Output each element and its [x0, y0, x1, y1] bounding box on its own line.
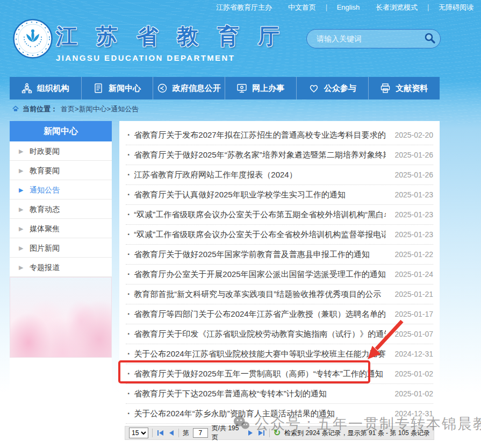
sidebar-item[interactable]: ▶ 时政要闻 — [10, 141, 112, 161]
bullet-icon: · — [127, 170, 130, 180]
sidebar-item[interactable]: ▶ 图片新闻 — [10, 238, 112, 258]
top-link[interactable]: 无障碍阅读 — [425, 3, 473, 12]
notice-row[interactable]: · 省教育厅关于发布2027年拟在江苏招生的普通高校专业选考科目要求的公告 20… — [126, 125, 433, 145]
prev-page-button[interactable] — [168, 429, 175, 437]
notice-list: · 省教育厅关于发布2027年拟在江苏招生的普通高校专业选考科目要求的公告 20… — [119, 121, 440, 424]
notice-title[interactable]: “双减”工作省级联席会议办公室关于公布全省校外培训机构监督举报电话的公... — [134, 230, 386, 240]
sidebar-item-label: 时政要闻 — [30, 147, 60, 155]
notice-row[interactable]: · 省教育厅关于印发《江苏省职业院校劳动教育实施指南（试行）》的通知 2025-… — [126, 324, 433, 344]
bullet-icon: · — [127, 210, 130, 219]
online-service-icon — [236, 83, 247, 94]
notice-date: 2025-01-23 — [390, 210, 433, 219]
sidebar-item[interactable]: ▶ 媒体聚焦 — [10, 219, 112, 238]
notice-row[interactable]: · 教育部首批“新文科研究与改革实践项目”结题验收推荐优秀项目的公示 2025-… — [126, 285, 433, 304]
notice-title[interactable]: 江苏省教育厅政府网站工作年度报表（2024） — [134, 170, 386, 180]
site-heading: 江 苏 省 教 育 厅 JIANGSU EDUCATION DEPARTMENT — [56, 22, 286, 62]
notice-row[interactable]: · 省教育厅等四部门关于公布2024年江苏省产业教授（兼职）选聘名单的通知 20… — [126, 304, 433, 324]
bullet-icon: · — [127, 309, 130, 319]
bullet-icon: · — [127, 389, 130, 399]
top-link[interactable]: 中文首页 — [288, 3, 316, 12]
notice-row[interactable]: · 省教育厅关于做好2025年“苏教名家”培养对象遴选暨第二期培养对象终期...… — [126, 145, 433, 165]
top-link[interactable]: 江苏省教育厅主办 — [216, 3, 272, 12]
sidebar-item-label: 教育要闻 — [30, 166, 60, 175]
top-bar: 江苏省教育厅主办 中文首页 English 长者浏览模式 无障碍阅读 — [209, 0, 473, 15]
search-icon — [424, 32, 436, 46]
notice-row[interactable]: · “双减”工作省级联席会议办公室关于公布第五期全省校外培训机构“黑白名单...… — [126, 205, 433, 225]
top-link[interactable]: English — [323, 3, 360, 12]
sidebar-item[interactable]: ▶ 教育动态 — [10, 200, 112, 219]
info-disclosure-icon — [157, 83, 168, 94]
top-link[interactable]: 长者浏览模式 — [376, 3, 418, 12]
notice-row[interactable]: · 省教育厅办公室关于开展2025年国家公派出国留学选派受理工作的通知 2025… — [126, 265, 433, 285]
bullet-icon: · — [127, 369, 130, 379]
notice-title[interactable]: 省教育厅关于做好2025年五年一贯制高职（高师）“专转本”工作的通知 — [134, 369, 386, 379]
notice-date: 2025-02-20 — [390, 131, 433, 139]
records-summary: 检索到 2924 条记录，显示第 91 条 - 第 105 条记录 — [284, 429, 430, 438]
caret-right-icon: ▶ — [19, 180, 23, 200]
first-page-button[interactable] — [156, 429, 164, 437]
notice-title[interactable]: “双减”工作省级联席会议办公室关于公布第五期全省校外培训机构“黑白名单... — [134, 210, 386, 220]
nav-item[interactable]: 组织机构 — [10, 77, 82, 99]
page-number-input[interactable] — [193, 428, 208, 438]
page-size-select[interactable]: 15 — [129, 428, 148, 438]
home-icon — [12, 105, 19, 114]
notice-title[interactable]: 教育部首批“新文科研究与改革实践项目”结题验收推荐优秀项目的公示 — [134, 289, 386, 300]
caret-right-icon: ▶ — [19, 200, 23, 219]
breadcrumb-path[interactable]: 首页>新闻中心>通知公告 — [61, 104, 139, 114]
notice-date: 2025-01-07 — [390, 330, 433, 338]
notice-row[interactable]: · 关于公布2024年江苏省职业院校技能大赛中等职业学校班主任能力比赛获奖 20… — [126, 344, 433, 364]
bullet-icon: · — [127, 230, 130, 239]
notice-row[interactable]: · 江苏省教育厅政府网站工作年度报表（2024） 2025-01-26 — [126, 165, 433, 185]
notice-row[interactable]: · 省教育厅关于做好2025年国家学前教育普及普惠县申报工作的通知 2025-0… — [126, 245, 433, 265]
nav-item[interactable]: 文献资料 — [369, 77, 440, 99]
sidebar-title: 新闻中心 — [10, 121, 112, 141]
sidebar-item[interactable]: ▶ 教育要闻 — [10, 161, 112, 180]
divider — [152, 429, 153, 437]
nav-item[interactable]: 网上办事 — [225, 77, 297, 99]
notice-title[interactable]: 省教育厅关于认真做好2025年职业学校学生实习工作的通知 — [134, 190, 386, 200]
search-input[interactable] — [307, 30, 420, 48]
caret-right-icon: ▶ — [19, 219, 23, 238]
sidebar-item[interactable]: ▶ 专题报道 — [10, 258, 112, 277]
search-button[interactable] — [420, 30, 440, 48]
nav-item[interactable]: 政府信息公开 — [153, 77, 225, 99]
nav-item-label: 公众参与 — [324, 83, 356, 94]
org-chart-icon — [21, 83, 32, 94]
notice-row[interactable]: · 省教育厅关于下达2025年普通高校“专转本”计划的通知 2025-01-02 — [126, 384, 433, 404]
nav-item[interactable]: 新闻中心 — [82, 77, 154, 99]
last-page-button[interactable] — [257, 429, 265, 437]
notice-date: 2025-01-24 — [390, 270, 433, 279]
notice-row[interactable]: · “双减”工作省级联席会议办公室关于公布全省校外培训机构监督举报电话的公...… — [126, 225, 433, 245]
sidebar-item[interactable]: ▶ 通知公告 — [10, 180, 112, 200]
notice-title[interactable]: 省教育厅关于做好2025年国家学前教育普及普惠县申报工作的通知 — [134, 250, 386, 260]
notice-row[interactable]: · 省教育厅关于认真做好2025年职业学校学生实习工作的通知 2025-01-2… — [126, 185, 433, 205]
notice-row[interactable]: · 关于公布2024年“苏乡永助”资助育人主题活动结果的通知 2024-12-3… — [126, 404, 433, 424]
caret-right-icon: ▶ — [19, 141, 23, 161]
notice-date: 2025-01-17 — [390, 310, 433, 318]
notice-title[interactable]: 省教育厅办公室关于开展2025年国家公派出国留学选派受理工作的通知 — [134, 269, 386, 280]
bullet-icon: · — [127, 329, 130, 339]
notice-date: 2025-01-23 — [390, 190, 433, 199]
site-logo[interactable] — [13, 19, 53, 59]
notice-row[interactable]: · 省教育厅关于做好2025年五年一贯制高职（高师）“专转本”工作的通知 202… — [126, 364, 433, 384]
notice-title[interactable]: 省教育厅关于下达2025年普通高校“专转本”计划的通知 — [134, 389, 386, 399]
nav-item-label: 组织机构 — [37, 83, 69, 94]
next-page-button[interactable] — [247, 429, 254, 437]
page: 江苏省教育厅主办 中文首页 English 长者浏览模式 无障碍阅读 江 苏 省… — [0, 0, 481, 448]
notice-title[interactable]: 省教育厅关于印发《江苏省职业院校劳动教育实施指南（试行）》的通知 — [134, 329, 386, 339]
notice-title[interactable]: 省教育厅关于做好2025年“苏教名家”培养对象遴选暨第二期培养对象终期... — [134, 150, 386, 160]
sidebar-item-label: 媒体聚焦 — [30, 224, 60, 233]
archive-icon — [380, 83, 391, 94]
divider — [269, 429, 270, 437]
bullet-icon: · — [127, 150, 130, 160]
notice-title[interactable]: 关于公布2024年“苏乡永助”资助育人主题活动结果的通知 — [134, 409, 386, 419]
notice-title[interactable]: 省教育厅等四部门关于公布2024年江苏省产业教授（兼职）选聘名单的通知 — [134, 309, 386, 319]
notice-title[interactable]: 省教育厅关于发布2027年拟在江苏招生的普通高校专业选考科目要求的公告 — [134, 130, 386, 140]
refresh-icon[interactable]: ↻ — [274, 429, 281, 437]
bullet-icon: · — [127, 250, 130, 259]
nav-item[interactable]: 公众参与 — [297, 77, 369, 99]
notice-panel: · 省教育厅关于发布2027年拟在江苏招生的普通高校专业选考科目要求的公告 20… — [119, 121, 440, 448]
sidebar-menu: ▶ 时政要闻 ▶ 教育要闻 ▶ 通知公告 ▶ 教育动态 — [10, 141, 112, 277]
nav-item-label: 网上办事 — [252, 83, 284, 94]
notice-title[interactable]: 关于公布2024年江苏省职业院校技能大赛中等职业学校班主任能力比赛获奖 — [134, 349, 386, 359]
